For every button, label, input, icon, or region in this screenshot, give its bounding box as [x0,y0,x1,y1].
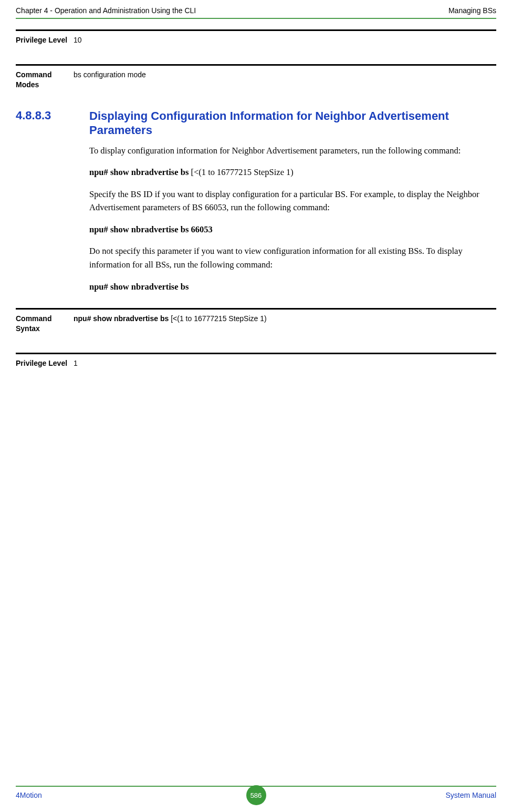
footer-right: System Manual [446,791,496,799]
command-syntax-args: [<(1 to 16777215 StepSize 1) [171,314,267,323]
paragraph: Do not specify this parameter if you wan… [89,244,496,271]
paragraph: To display configuration information for… [89,144,496,158]
privilege-level-value-2: 1 [74,358,78,368]
privilege-level-block: Privilege Level 10 [16,29,496,45]
privilege-level-label: Privilege Level [16,35,74,45]
footer-row: 4Motion 586 System Manual [16,791,496,799]
command-args: [<(1 to 16777215 StepSize 1) [191,167,293,177]
page-footer: 4Motion 586 System Manual [0,786,512,799]
page-header: Chapter 4 - Operation and Administration… [0,0,512,18]
section-heading: 4.8.8.3 Displaying Configuration Informa… [16,109,496,138]
command-syntax-bold: npu# show nbradvertise bs [74,314,171,323]
command-modes-value: bs configuration mode [74,70,146,90]
footer-left: 4Motion [16,791,42,799]
command-syntax-block: Command Syntax npu# show nbradvertise bs… [16,308,496,334]
section-number: 4.8.8.3 [16,109,89,138]
command-modes-block: Command Modes bs configuration mode [16,64,496,90]
command-line: npu# show nbradvertise bs 66053 [89,223,496,237]
body-text: To display configuration information for… [89,144,496,294]
header-left: Chapter 4 - Operation and Administration… [16,6,196,15]
privilege-level-value: 10 [74,35,82,45]
section-title: Displaying Configuration Information for… [89,109,496,138]
privilege-level-block-2: Privilege Level 1 [16,353,496,368]
command-bold: npu# show nbradvertise bs [89,167,191,177]
command-modes-label: Command Modes [16,70,74,90]
paragraph: Specify the BS ID if you want to display… [89,188,496,214]
privilege-level-label-2: Privilege Level [16,358,74,368]
page-number-badge: 586 [246,785,266,805]
command-line: npu# show nbradvertise bs [<(1 to 167772… [89,166,496,179]
header-right: Managing BSs [448,6,496,15]
command-syntax-value: npu# show nbradvertise bs [<(1 to 167772… [74,314,267,334]
command-line: npu# show nbradvertise bs [89,280,496,294]
command-syntax-label: Command Syntax [16,314,74,334]
page-content: Privilege Level 10 Command Modes bs conf… [0,19,512,368]
